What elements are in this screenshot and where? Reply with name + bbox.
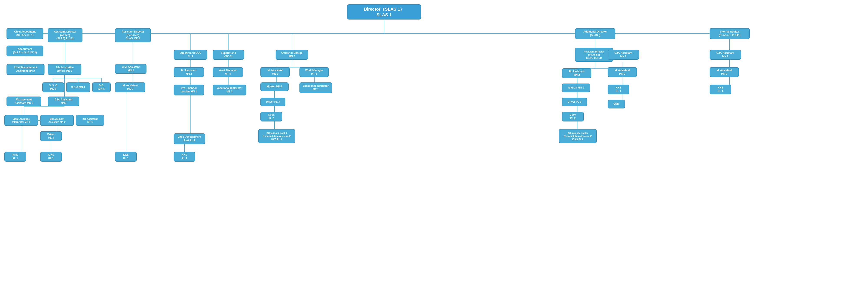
superintend-cgc-node: Superintend CGC SL 1 <box>174 50 207 60</box>
director-node: Director（SLAS 1） SLAS 1 <box>347 4 421 20</box>
sso-node: S. S. O MN 5 <box>42 83 64 92</box>
mgmt-asst-node: Management Assistant MN 2 <box>6 97 41 106</box>
internal-auditor-node: Internal Auditor (SLAcc.S. 11/111) <box>710 28 750 39</box>
work-mgr-vtc-node: Work Manager MT 3 <box>213 67 243 77</box>
voc-instr-vtc-node: Vocational Instructor MT 1 <box>213 85 246 95</box>
child-dev-node: Child Development Asst PL 1 <box>174 133 205 144</box>
cm-asst-services-node: C.M. Assistant MN 2 <box>115 64 147 74</box>
sda-node: S.D.A MN 4 <box>66 83 90 92</box>
work-mgr-oc-node: Work Manager MT 3 <box>300 67 329 77</box>
kks-pl1-far-left-node: KKS PL 1 <box>4 152 26 162</box>
admin-officer-node: Administrative Officer MN 7 <box>48 64 82 75</box>
chief-accountant-node: Chief Accountant (SLI Acc.S.I 1) <box>6 28 43 39</box>
matron-oc-node: Matron MN 1 <box>260 83 289 91</box>
cm-asst-2-node: C.M. Assistant MN2 <box>48 97 79 106</box>
kks-audit-node: KKS PL 1 <box>710 85 731 94</box>
org-chart: Director（SLAS 1） SLAS 1 Chief Accountant… <box>0 0 868 282</box>
cm-asst-plan2-node: C.M. Assistant MN 2 <box>608 50 639 60</box>
kks-plan2-node: KKS PL 1 <box>608 85 629 94</box>
m-asst-oc-node: M. Assistant MN 2 <box>260 67 290 77</box>
kks-services-node: KKS PL 1 <box>115 152 137 162</box>
kks-cgc-node: KKS PL 1 <box>174 152 195 162</box>
superintend-vtc-node: Superintend VTC SL <box>213 50 244 60</box>
cook-oc-node: Cook PL 2 <box>260 112 282 122</box>
m-asst-services-node: M. Assistant MN 2 <box>115 83 145 92</box>
m-asst-audit-node: M. Assistant MN 2 <box>710 67 739 77</box>
matron-planning-node: Matron MN 1 <box>562 84 590 92</box>
chief-mgmt-node: Chief Management Assistant MN 2 <box>6 64 44 75</box>
connectors <box>0 0 868 282</box>
m-asst-cgc-node: M. Assistant MN 2 <box>174 67 204 77</box>
asst-dir-admin-node: Assistant Director (Admin) (SLAS) 11/111 <box>48 28 83 42</box>
attendant-planning-node: Attendant / Cook / Rehabilitation Assist… <box>559 129 597 143</box>
m-asst-plan2-node: M. Assistant MN 2 <box>608 67 637 77</box>
driver-pl3-left-node: Driver PL 3 <box>40 131 62 141</box>
additional-dir-node: Additional Director (SLAS I) <box>575 28 615 39</box>
driver-planning-node: Driver PL 3 <box>562 98 587 106</box>
officer-charge-node: Officer in Charge MN 7 <box>276 50 308 60</box>
asst-dir-services-node: Assistant Director (Services) SLAS 1/111 <box>115 28 151 42</box>
voc-instr-oc-node: Vocational Instructor MT 1 <box>300 83 332 93</box>
attendant-oc-node: Attendant / Cook / Rehabilitation Assist… <box>258 129 295 143</box>
cm-asst-audit-node: C.M. Assistant MN 2 <box>710 50 741 60</box>
pre-school-node: Pre – School teacher MN 1 <box>174 85 204 95</box>
ict-asst-node: ICT Assistant MT 1 <box>76 115 104 126</box>
cook-planning-node: Cook PL 2 <box>562 112 584 122</box>
sign-lang-node: Sign Language Interpreter MN 1 <box>4 115 38 126</box>
accountant-node: Accountant (SLI Acc.S.I 11/111) <box>6 45 43 56</box>
driver-oc-node: Driver PL 3 <box>260 98 285 106</box>
m-asst-planning-node: M. Assistant MN 2 <box>562 68 591 78</box>
mgmt-asst2-node: Management Assistant MN 2 <box>40 115 74 126</box>
asst-dir-planning-node: Assistant Director (Planning) (SLPS 11/1… <box>575 48 613 62</box>
kks-pl1-left-node: K.KS PL 1 <box>40 152 62 162</box>
do-node: D.O. MN 4 <box>92 83 111 92</box>
cbr-node: CBR <box>608 100 625 108</box>
